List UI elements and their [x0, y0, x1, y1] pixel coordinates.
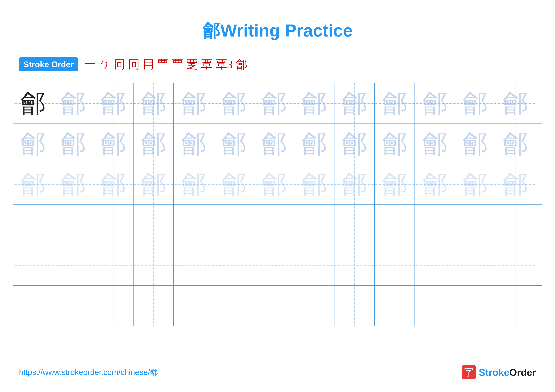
practice-char: 鄶 — [462, 91, 488, 116]
grid-cell[interactable]: 鄶 — [93, 83, 133, 123]
grid-cell[interactable] — [335, 286, 375, 326]
grid-cell[interactable] — [455, 205, 495, 245]
grid-row-6 — [13, 286, 542, 326]
grid-cell[interactable]: 鄶 — [495, 164, 535, 205]
grid-cell[interactable] — [214, 245, 254, 285]
grid-cell[interactable]: 鄶 — [133, 124, 174, 164]
practice-char: 鄶 — [301, 131, 327, 157]
practice-char: 鄶 — [301, 172, 327, 197]
stroke-step-5: 冃 — [143, 57, 154, 72]
grid-cell[interactable] — [375, 245, 415, 285]
practice-char: 鄶 — [342, 91, 367, 116]
grid-cell[interactable]: 鄶 — [415, 83, 455, 123]
logo-text: StrokeOrder — [479, 367, 536, 378]
practice-char: 鄶 — [221, 131, 247, 157]
grid-cell[interactable]: 鄶 — [53, 83, 93, 123]
grid-cell[interactable] — [254, 245, 294, 285]
stroke-step-3: 冋 — [114, 57, 125, 72]
grid-cell[interactable] — [174, 286, 214, 326]
grid-cell[interactable]: 鄶 — [455, 164, 495, 205]
grid-cell[interactable] — [455, 245, 495, 285]
grid-cell[interactable] — [214, 205, 254, 245]
grid-cell[interactable] — [93, 205, 133, 245]
grid-cell[interactable] — [133, 205, 174, 245]
grid-cell[interactable]: 鄶 — [294, 83, 335, 123]
grid-cell[interactable] — [174, 205, 214, 245]
grid-cell[interactable]: 鄶 — [495, 83, 535, 123]
grid-cell[interactable] — [294, 205, 335, 245]
stroke-step-9: 覃 — [201, 57, 212, 72]
grid-cell[interactable]: 鄶 — [375, 164, 415, 205]
grid-cell[interactable] — [455, 286, 495, 326]
grid-cell[interactable] — [13, 245, 53, 285]
grid-cell[interactable] — [13, 286, 53, 326]
grid-cell[interactable]: 鄶 — [174, 124, 214, 164]
grid-cell[interactable]: 鄶 — [375, 124, 415, 164]
grid-cell[interactable]: 鄶 — [495, 124, 535, 164]
grid-cell[interactable]: 鄶 — [455, 83, 495, 123]
grid-cell[interactable]: 鄶 — [335, 124, 375, 164]
grid-cell[interactable]: 鄶 — [133, 164, 174, 205]
grid-cell[interactable]: 鄶 — [13, 164, 53, 205]
grid-cell[interactable]: 鄶 — [93, 124, 133, 164]
grid-cell[interactable]: 鄶 — [294, 124, 335, 164]
grid-cell[interactable]: 鄶 — [53, 164, 93, 205]
grid-cell[interactable]: 鄶 — [254, 124, 294, 164]
practice-char: 鄶 — [261, 91, 287, 116]
practice-char: 鄶 — [422, 131, 447, 157]
practice-char: 鄶 — [141, 91, 166, 116]
grid-cell[interactable] — [93, 245, 133, 285]
grid-cell[interactable]: 鄶 — [254, 164, 294, 205]
grid-cell[interactable] — [174, 245, 214, 285]
grid-cell[interactable] — [133, 286, 174, 326]
footer-url[interactable]: https://www.strokeorder.com/chinese/鄶 — [19, 367, 158, 378]
grid-cell[interactable] — [254, 286, 294, 326]
grid-cell[interactable] — [53, 286, 93, 326]
grid-cell[interactable] — [294, 286, 335, 326]
grid-cell[interactable]: 鄶 — [93, 164, 133, 205]
grid-cell[interactable]: 鄶 — [133, 83, 174, 123]
grid-cell[interactable] — [214, 286, 254, 326]
grid-cell[interactable] — [375, 286, 415, 326]
grid-cell[interactable]: 鄶 — [335, 83, 375, 123]
grid-cell[interactable]: 鄶 — [174, 164, 214, 205]
grid-cell[interactable] — [495, 286, 535, 326]
grid-cell[interactable]: 鄶 — [254, 83, 294, 123]
grid-cell[interactable] — [294, 245, 335, 285]
grid-cell[interactable] — [335, 205, 375, 245]
grid-cell[interactable] — [133, 245, 174, 285]
grid-cell[interactable] — [254, 205, 294, 245]
grid-cell[interactable]: 鄶 — [335, 164, 375, 205]
grid-cell[interactable]: 鄶 — [415, 124, 455, 164]
grid-cell[interactable] — [495, 205, 535, 245]
grid-cell[interactable]: 鄶 — [13, 124, 53, 164]
grid-cell[interactable]: 鄶 — [214, 83, 254, 123]
grid-cell[interactable]: 鄶 — [415, 164, 455, 205]
grid-cell[interactable]: 鄶 — [214, 164, 254, 205]
logo-text-stroke: Stroke — [479, 367, 509, 378]
grid-cell[interactable] — [93, 286, 133, 326]
grid-cell[interactable]: 鄶 — [375, 83, 415, 123]
grid-cell[interactable] — [375, 205, 415, 245]
practice-char: 鄶 — [382, 172, 407, 197]
grid-cell[interactable] — [415, 286, 455, 326]
grid-cell[interactable] — [53, 245, 93, 285]
grid-cell[interactable]: 鄶 — [455, 124, 495, 164]
grid-cell[interactable]: 鄶 — [294, 164, 335, 205]
grid-cell[interactable]: 鄶 — [174, 83, 214, 123]
grid-cell[interactable] — [415, 205, 455, 245]
grid-cell[interactable] — [415, 245, 455, 285]
grid-cell[interactable]: 鄶 — [53, 124, 93, 164]
grid-cell[interactable]: 鄶 — [13, 83, 53, 123]
practice-char: 鄶 — [422, 172, 447, 197]
practice-char: 鄶 — [382, 91, 407, 116]
grid-row-5 — [13, 245, 542, 286]
grid-cell[interactable]: 鄶 — [214, 124, 254, 164]
grid-cell[interactable] — [335, 245, 375, 285]
grid-cell[interactable] — [13, 205, 53, 245]
grid-cell[interactable] — [495, 245, 535, 285]
grid-cell[interactable] — [53, 205, 93, 245]
practice-char: 鄶 — [181, 131, 206, 157]
stroke-step-6: 覀 — [157, 57, 169, 72]
practice-char: 鄶 — [141, 131, 166, 157]
